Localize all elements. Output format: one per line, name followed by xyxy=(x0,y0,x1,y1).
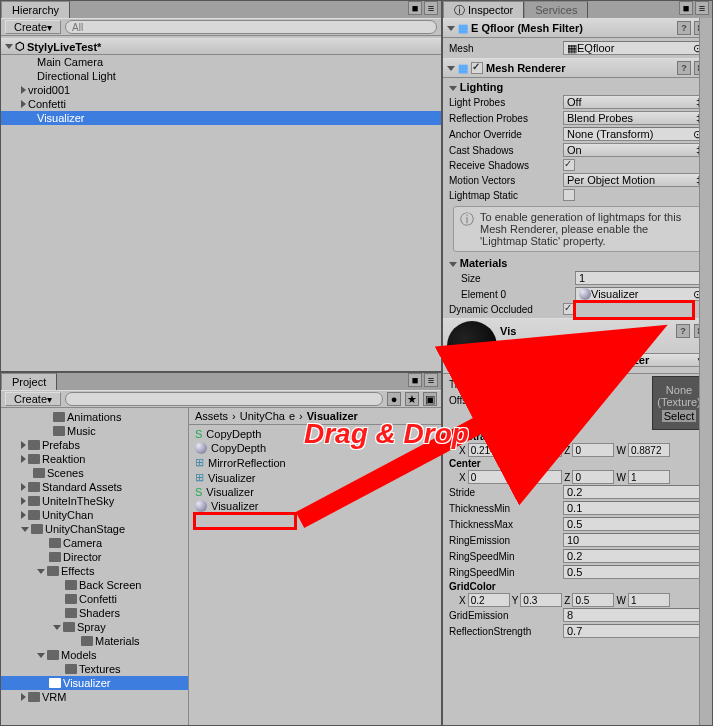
services-tab[interactable]: Services xyxy=(524,1,588,18)
folder-item[interactable]: Materials xyxy=(1,634,188,648)
asset-item-visualizer-material[interactable]: Visualizer xyxy=(189,499,441,513)
asset-item[interactable]: ⊞Visualizer xyxy=(189,470,441,485)
spectra-y-field[interactable] xyxy=(520,443,562,457)
anchor-override-field[interactable]: None (Transform)⊙ xyxy=(563,127,706,141)
mesh-renderer-header[interactable]: ▦ Mesh Renderer xyxy=(443,58,712,78)
grid-x-field[interactable] xyxy=(468,593,510,607)
folder-item[interactable]: Spray xyxy=(1,620,188,634)
foldout-icon[interactable] xyxy=(37,653,45,658)
favorite-icon[interactable]: ★ xyxy=(405,392,419,406)
folder-item[interactable]: Back Screen xyxy=(1,578,188,592)
offset-y-field[interactable] xyxy=(554,393,596,407)
folder-item[interactable]: UniteInTheSky xyxy=(1,494,188,508)
gridemission-field[interactable]: 8 xyxy=(563,608,706,622)
lightmap-static-checkbox[interactable] xyxy=(563,189,575,201)
asset-item[interactable]: SVisualizer xyxy=(189,485,441,499)
folder-item[interactable]: Textures xyxy=(1,662,188,676)
folder-item[interactable]: Scenes xyxy=(1,466,188,480)
grid-w-field[interactable] xyxy=(628,593,670,607)
element0-field[interactable]: Visualizer⊙ xyxy=(575,287,706,301)
hierarchy-item[interactable]: Confetti xyxy=(1,97,441,111)
inspector-tab[interactable]: ⓘ Inspector xyxy=(443,1,524,18)
foldout-icon[interactable] xyxy=(447,26,455,31)
help-icon[interactable] xyxy=(676,324,690,338)
create-button[interactable]: Create ▾ xyxy=(5,392,61,406)
thicknessmax-field[interactable]: 0.5 xyxy=(563,517,706,531)
ringspeedmin-field[interactable]: 0.2 xyxy=(563,549,706,563)
ringemission-field[interactable]: 10 xyxy=(563,533,706,547)
hierarchy-item[interactable]: vroid001 xyxy=(1,83,441,97)
spectra-w-field[interactable] xyxy=(628,443,670,457)
folder-item[interactable]: Animations xyxy=(1,410,188,424)
center-x-field[interactable] xyxy=(468,470,510,484)
folder-item[interactable]: Director xyxy=(1,550,188,564)
foldout-icon[interactable] xyxy=(21,483,26,491)
tiling-y-field[interactable] xyxy=(554,377,596,391)
folder-item[interactable]: Reaktion xyxy=(1,452,188,466)
motion-vectors-dropdown[interactable]: Per Object Motion‡ xyxy=(563,173,706,187)
thicknessmin-field[interactable]: 0.1 xyxy=(563,501,706,515)
save-search-icon[interactable]: ▣ xyxy=(423,392,437,406)
panel-menu-icon[interactable]: ≡ xyxy=(424,373,438,387)
lock-icon[interactable]: ■ xyxy=(408,1,422,15)
folder-item[interactable]: Camera xyxy=(1,536,188,550)
panel-menu-icon[interactable]: ≡ xyxy=(695,1,709,15)
folder-item[interactable]: Models xyxy=(1,648,188,662)
foldout-icon[interactable] xyxy=(21,527,29,532)
offset-x-field[interactable] xyxy=(502,393,544,407)
folder-item[interactable]: UnityChan xyxy=(1,508,188,522)
texture-slot[interactable]: None (Texture) Select xyxy=(652,376,706,430)
folder-item[interactable]: Prefabs xyxy=(1,438,188,452)
shader-dropdown[interactable]: Custom/Visualizer▾ xyxy=(550,353,708,367)
hierarchy-item[interactable]: Main Camera xyxy=(1,55,441,69)
folder-item[interactable]: Confetti xyxy=(1,592,188,606)
cast-shadows-dropdown[interactable]: On‡ xyxy=(563,143,706,157)
foldout-icon[interactable] xyxy=(21,511,26,519)
foldout-icon[interactable] xyxy=(37,569,45,574)
hierarchy-search-input[interactable] xyxy=(65,20,437,34)
reflection-probes-dropdown[interactable]: Blend Probes‡ xyxy=(563,111,706,125)
panel-menu-icon[interactable]: ≡ xyxy=(424,1,438,15)
folder-item[interactable]: Effects xyxy=(1,564,188,578)
breadcrumb-part[interactable]: UnityCha xyxy=(240,410,285,422)
hierarchy-tab[interactable]: Hierarchy xyxy=(1,1,70,18)
ringspeedmin2-field[interactable]: 0.5 xyxy=(563,565,706,579)
spectra-z-field[interactable] xyxy=(572,443,614,457)
materials-size-field[interactable]: 1 xyxy=(575,271,706,285)
breadcrumb-part[interactable]: e xyxy=(289,410,295,422)
scrollbar[interactable] xyxy=(699,18,712,725)
mesh-filter-header[interactable]: ▦ E Qfloor (Mesh Filter) xyxy=(443,18,712,38)
center-y-field[interactable] xyxy=(520,470,562,484)
component-enable-checkbox[interactable] xyxy=(471,62,483,74)
foldout-icon[interactable] xyxy=(21,455,26,463)
select-button[interactable]: Select xyxy=(662,410,697,422)
grid-y-field[interactable] xyxy=(520,593,562,607)
folder-item[interactable]: Music xyxy=(1,424,188,438)
foldout-icon[interactable] xyxy=(21,441,26,449)
light-probes-dropdown[interactable]: Off‡ xyxy=(563,95,706,109)
breadcrumb-part[interactable]: Assets xyxy=(195,410,228,422)
spectra-x-field[interactable] xyxy=(468,443,510,457)
folder-item[interactable]: Standard Assets xyxy=(1,480,188,494)
foldout-icon[interactable] xyxy=(21,86,26,94)
reflectionstrength-field[interactable]: 0.7 xyxy=(563,624,706,638)
folder-item[interactable]: UnityChanStage xyxy=(1,522,188,536)
create-button[interactable]: Create ▾ xyxy=(5,20,61,34)
foldout-icon[interactable] xyxy=(21,100,26,108)
foldout-icon[interactable] xyxy=(5,44,13,49)
foldout-icon[interactable] xyxy=(53,625,61,630)
lock-icon[interactable]: ■ xyxy=(408,373,422,387)
grid-z-field[interactable] xyxy=(572,593,614,607)
folder-item-visualizer[interactable]: Visualizer xyxy=(1,676,188,690)
help-icon[interactable] xyxy=(677,61,691,75)
folder-item[interactable]: Shaders xyxy=(1,606,188,620)
stride-field[interactable]: 0.2 xyxy=(563,485,706,499)
help-icon[interactable] xyxy=(677,21,691,35)
foldout-icon[interactable] xyxy=(449,262,457,267)
project-tab[interactable]: Project xyxy=(1,373,57,390)
material-header[interactable]: Vis Shader Custom/Visualizer▾ xyxy=(443,318,712,374)
asset-item[interactable]: CopyDepth xyxy=(189,441,441,455)
scene-row[interactable]: ⬡ StylyLiveTest* xyxy=(1,38,441,55)
project-search-input[interactable] xyxy=(65,392,383,406)
foldout-icon[interactable] xyxy=(449,86,457,91)
